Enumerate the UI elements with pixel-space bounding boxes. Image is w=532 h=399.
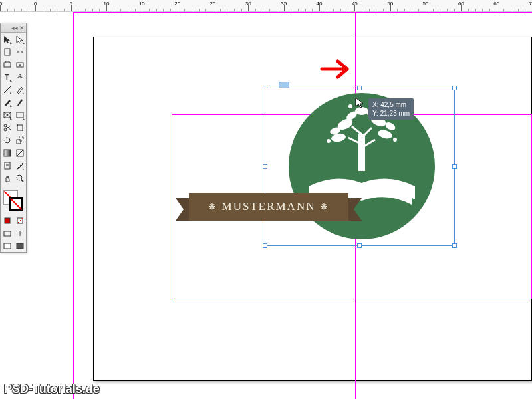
tool-direct-selection[interactable] <box>13 33 26 45</box>
tool-format-container[interactable] <box>1 227 13 239</box>
logo-text: ❋ MUSTERMANN ❋ <box>209 200 329 213</box>
handle-top-right[interactable] <box>452 86 457 90</box>
tool-scissors[interactable] <box>1 121 13 134</box>
ribbon-main: ❋ MUSTERMANN ❋ <box>189 193 348 221</box>
tool-pen[interactable] <box>13 83 26 96</box>
svg-text:T: T <box>18 230 22 237</box>
svg-point-42 <box>393 138 397 142</box>
tool-type[interactable]: T <box>1 70 13 83</box>
svg-point-43 <box>348 104 352 108</box>
horizontal-ruler[interactable]: -50510152025303540455055606570 <box>0 0 532 12</box>
palette-close-icon[interactable]: ✕ <box>19 25 25 31</box>
svg-point-41 <box>327 139 331 143</box>
stroke-swatch[interactable] <box>9 197 23 211</box>
tool-rotate[interactable] <box>1 134 13 146</box>
coord-x-value: 42,5 mm <box>380 101 406 108</box>
handle-top-left[interactable] <box>263 86 267 90</box>
svg-rect-27 <box>4 231 11 236</box>
tool-zoom[interactable] <box>13 172 26 184</box>
handle-top-mid[interactable] <box>357 86 362 90</box>
ribbon-deco-left: ❋ <box>209 202 217 212</box>
handle-bottom-right[interactable] <box>452 243 457 248</box>
coord-y-label: Y: <box>372 110 378 117</box>
svg-point-22 <box>17 175 22 180</box>
tool-rectangle-frame[interactable] <box>1 108 13 121</box>
tool-apply-color[interactable] <box>1 214 13 227</box>
tool-eyedropper[interactable] <box>13 159 26 172</box>
link-badge-icon <box>279 82 289 88</box>
svg-line-5 <box>4 86 11 93</box>
tool-selection[interactable] <box>1 33 13 45</box>
cursor-icon <box>355 97 366 109</box>
svg-rect-1 <box>4 63 11 67</box>
svg-text:T: T <box>5 73 9 81</box>
svg-line-23 <box>21 180 23 182</box>
svg-point-40 <box>384 121 397 132</box>
svg-point-35 <box>377 128 393 140</box>
ribbon-deco-right: ❋ <box>321 202 329 212</box>
coord-y-value: 21,23 mm <box>380 110 410 117</box>
coord-x-label: X: <box>372 101 378 108</box>
tool-view-mode-normal[interactable] <box>1 239 13 252</box>
logo-label: MUSTERMANN <box>222 200 316 213</box>
svg-rect-0 <box>5 49 10 55</box>
svg-rect-9 <box>17 112 23 118</box>
watermark: PSD-Tutorials.de <box>4 382 100 396</box>
tool-content-placer[interactable] <box>13 58 26 70</box>
svg-rect-16 <box>19 137 23 141</box>
tool-apply-none[interactable] <box>13 214 26 227</box>
tool-gradient-swatch[interactable] <box>1 146 13 159</box>
tool-type-format[interactable]: T <box>13 227 26 239</box>
svg-rect-17 <box>4 150 11 156</box>
tool-pencil[interactable] <box>1 96 13 108</box>
logo-ribbon: ❋ MUSTERMANN ❋ <box>176 193 362 221</box>
handle-bottom-mid[interactable] <box>357 243 362 248</box>
handle-mid-right[interactable] <box>452 164 457 169</box>
tool-rectangle[interactable] <box>13 108 26 121</box>
fill-stroke-swatch[interactable] <box>3 190 23 211</box>
tool-note[interactable] <box>1 159 13 172</box>
svg-rect-29 <box>4 243 11 249</box>
tool-gradient-feather[interactable] <box>13 146 26 159</box>
handle-bottom-left[interactable] <box>263 243 267 248</box>
svg-rect-15 <box>17 140 21 144</box>
svg-rect-12 <box>17 125 23 130</box>
tool-page[interactable] <box>1 45 13 58</box>
tool-hand[interactable] <box>1 172 13 184</box>
tool-line[interactable] <box>1 83 13 96</box>
svg-text:T: T <box>19 74 22 78</box>
tool-grid: TTT <box>1 33 26 252</box>
tool-brush[interactable] <box>13 96 26 108</box>
tool-gap[interactable] <box>13 45 26 58</box>
canvas[interactable]: ❋ MUSTERMANN ❋ X: 42,5 mm Y: 21,23 mm <box>0 12 532 399</box>
annotation-arrow-icon <box>319 57 352 84</box>
svg-point-13 <box>17 124 18 126</box>
palette-collapse-icon[interactable]: ◂◂ <box>11 25 18 31</box>
coordinate-tooltip: X: 42,5 mm Y: 21,23 mm <box>368 98 414 120</box>
tool-free-transform[interactable] <box>13 121 26 134</box>
palette-header[interactable]: ◂◂ ✕ <box>1 23 26 33</box>
svg-rect-24 <box>5 218 10 223</box>
tool-scale[interactable] <box>13 134 26 146</box>
svg-rect-30 <box>17 243 23 249</box>
handle-mid-left[interactable] <box>263 164 267 169</box>
tool-view-mode-preview[interactable] <box>13 239 26 252</box>
tool-content-collector[interactable] <box>1 58 13 70</box>
svg-rect-31 <box>358 134 365 171</box>
svg-point-14 <box>22 130 23 131</box>
tool-type-path[interactable]: T <box>13 70 26 83</box>
tool-palette: ◂◂ ✕ TTT <box>0 23 27 253</box>
